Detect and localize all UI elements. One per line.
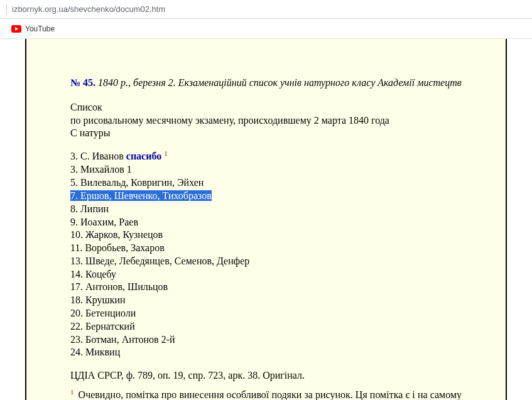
address-divider <box>6 4 7 15</box>
doc-number: № 45. <box>70 77 95 88</box>
list-item: 5. Вилевальд, Ковригин, Эйхен <box>70 176 462 190</box>
list-text: 3. С. Иванов <box>70 151 126 162</box>
list-text: 24. Миквиц <box>70 347 120 357</box>
list-item: 3. С. Иванов спасибо 1 <box>70 149 462 163</box>
bookmarks-bar: YouTube <box>0 19 532 39</box>
footnote-marker: 1 <box>70 388 74 396</box>
list-item: 24. Миквиц <box>70 346 462 359</box>
list-item: 20. Бетенциоли <box>70 307 462 320</box>
doc-intro: Список по рисовальному месячному экзамен… <box>70 101 462 140</box>
list-item: 9. Иоахим, Раев <box>70 216 462 229</box>
document-page: № 45. 1840 р., березня 2. Екзаменаційний… <box>25 39 507 400</box>
list-text: 5. Вилевальд, Ковригин, Эйхен <box>70 177 204 188</box>
list-item: 7. Ершов, Шевченко, Тихобразов <box>70 190 462 203</box>
list-text: 14. Коцебу <box>70 269 116 279</box>
list-text: 17. Антонов, Шильцов <box>70 281 168 292</box>
list-item: 11. Воробьев, Захаров <box>70 242 462 255</box>
list-text: 13. Шведе, Лебедянцев, Семенов, Денфер <box>70 256 249 266</box>
list-text: 11. Воробьев, Захаров <box>70 242 165 253</box>
list-text: 20. Бетенциоли <box>70 308 136 318</box>
list-item: 10. Жарков, Кузнецов <box>70 229 462 242</box>
list-item: 14. Коцебу <box>70 268 462 281</box>
footnote: 1 Очевидно, помітка про винесення особли… <box>70 387 462 400</box>
bookmark-youtube[interactable]: YouTube <box>6 23 60 35</box>
list-item: 23. Ботман, Антонов 2-й <box>70 333 462 347</box>
intro-line: Список <box>70 101 462 114</box>
list-text: 10. Жарков, Кузнецов <box>70 229 163 240</box>
highlighted-text: 7. Ершов, Шевченко, Тихобразов <box>70 190 212 201</box>
intro-line: С натуры <box>70 127 462 140</box>
doc-title: 1840 р., березня 2. Екзаменаційний списо… <box>98 77 462 88</box>
list-text: 9. Иоахим, Раев <box>70 217 138 227</box>
list-text: 8. Липин <box>70 203 109 214</box>
list-text: 18. Крушкин <box>70 295 126 305</box>
list-text: 3. Михайлов 1 <box>70 164 132 175</box>
footnote-text: Очевидно, помітка про винесення особливо… <box>70 389 462 400</box>
intro-line: по рисовальному месячному экзамену, прои… <box>70 114 462 127</box>
list-item: 22. Бернатский <box>70 320 462 333</box>
archive-ref: ЦДІА СРСР, ф. 789, оп. 19, спр. 723, арк… <box>70 369 462 382</box>
list-text: 23. Ботман, Антонов 2-й <box>70 334 175 345</box>
list-item: 8. Липин <box>70 203 462 216</box>
thanks-word: спасибо <box>126 151 161 162</box>
list-text: 22. Бернатский <box>70 321 135 332</box>
list-item: 17. Антонов, Шильцов <box>70 281 462 294</box>
list-item: 18. Крушкин <box>70 294 462 307</box>
youtube-icon <box>11 25 21 33</box>
footnote-ref[interactable]: 1 <box>164 149 168 157</box>
bookmark-label: YouTube <box>25 24 55 33</box>
doc-header: № 45. 1840 р., березня 2. Екзаменаційний… <box>70 77 462 90</box>
list-item: 3. Михайлов 1 <box>70 163 462 176</box>
list-item: 13. Шведе, Лебедянцев, Семенов, Денфер <box>70 255 462 268</box>
exam-list: 3. С. Иванов спасибо 13. Михайлов 15. Ви… <box>70 149 462 359</box>
url-text: izbornyk.org.ua/shevchenko/docum02.htm <box>12 4 165 14</box>
address-bar[interactable]: izbornyk.org.ua/shevchenko/docum02.htm <box>0 0 532 19</box>
